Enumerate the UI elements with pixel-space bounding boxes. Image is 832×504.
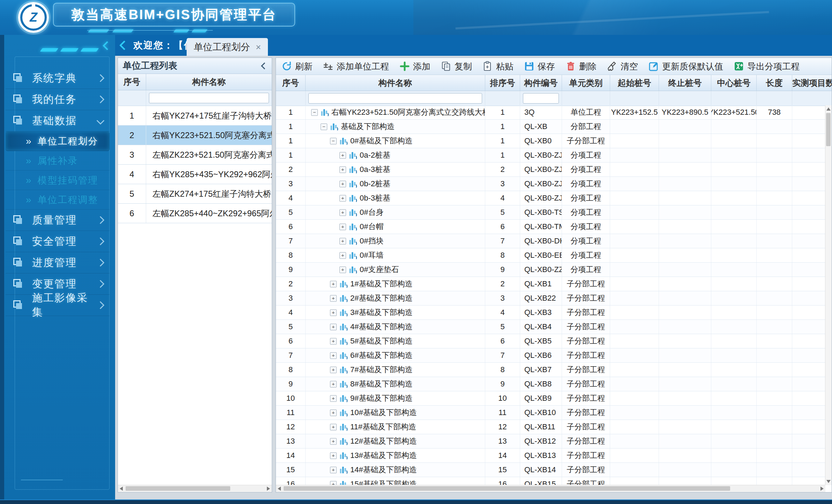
- sidebar-item-2[interactable]: 基础数据: [6, 110, 110, 131]
- scrollbar-thumb[interactable]: [126, 486, 230, 491]
- grid-vertical-scrollbar[interactable]: [825, 105, 832, 485]
- collapse-node-icon[interactable]: −: [330, 138, 337, 144]
- clear-button[interactable]: 清空: [607, 61, 638, 72]
- expand-node-icon[interactable]: +: [330, 409, 337, 416]
- table-row[interactable]: 11+10#基础及下部构造11QL-XB10子分部工程: [276, 406, 825, 420]
- expand-node-icon[interactable]: +: [339, 166, 346, 173]
- expand-node-icon[interactable]: +: [339, 152, 346, 159]
- table-row[interactable]: 3+0b-2桩基3QL-XB0-ZJ2分项工程: [276, 177, 825, 191]
- grid-name-filter-input[interactable]: [308, 93, 482, 104]
- table-row[interactable]: 1−基础及下部构造1QL-XB分部工程: [276, 120, 825, 134]
- left-name-filter-input[interactable]: [149, 93, 269, 103]
- table-row[interactable]: 10+9#基础及下部构造10QL-XB9子分部工程: [276, 391, 825, 406]
- table-row[interactable]: 4+3#基础及下部构造4QL-XB3子分部工程: [276, 306, 825, 320]
- table-row[interactable]: 4+0b-3桩基4QL-XB0-ZJ3分项工程: [276, 191, 825, 205]
- table-row[interactable]: 1−0#基础及下部构造1QL-XB0子分部工程: [276, 134, 825, 148]
- expand-node-icon[interactable]: +: [330, 352, 337, 359]
- table-row[interactable]: 1+0a-2桩基1QL-XB0-ZJ0分项工程: [276, 148, 825, 163]
- add-unit-button[interactable]: 添加单位工程: [323, 61, 389, 72]
- expand-node-icon[interactable]: +: [330, 295, 337, 302]
- sidebar-item-6[interactable]: »单位工程调整: [6, 190, 110, 210]
- expand-node-icon[interactable]: +: [330, 452, 337, 459]
- table-row[interactable]: 6+0#台帽6QL-XB0-TM0分项工程: [276, 220, 825, 234]
- table-row[interactable]: 7+6#基础及下部构造7QL-XB6子分部工程: [276, 348, 825, 363]
- expand-node-icon[interactable]: +: [330, 381, 337, 388]
- expand-node-icon[interactable]: +: [339, 209, 346, 216]
- expand-node-icon[interactable]: +: [339, 238, 346, 245]
- list-item[interactable]: 2右幅YK223+521.50阿克塞分离式立交跨线大桥: [118, 126, 272, 145]
- scroll-up-arrow-icon[interactable]: [826, 107, 831, 111]
- table-row[interactable]: 9+0#支座垫石9QL-XB0-ZZDS0分项工程: [276, 263, 825, 277]
- expand-node-icon[interactable]: +: [330, 438, 337, 445]
- scrollbar-thumb[interactable]: [826, 113, 831, 146]
- sidebar-item-3[interactable]: »单位工程划分: [6, 131, 110, 151]
- expand-node-icon[interactable]: +: [330, 395, 337, 402]
- list-item[interactable]: 5左幅ZK274+175红崖子沟特大桥: [118, 184, 272, 204]
- table-row[interactable]: 5+0#台身5QL-XB0-TS0分项工程: [276, 205, 825, 220]
- table-row[interactable]: 14+13#基础及下部构造14QL-XB13子分部工程: [276, 449, 825, 463]
- delete-button[interactable]: 删除: [565, 61, 597, 72]
- sidebar-item-1[interactable]: 我的任务: [6, 89, 110, 110]
- refresh-button[interactable]: 刷新: [282, 61, 313, 72]
- sidebar-item-9[interactable]: 进度管理: [6, 252, 110, 273]
- table-row[interactable]: 16+15#基础及下部构造16QL-XB15子分部工程: [276, 477, 825, 485]
- tab-unit-project-division[interactable]: 单位工程划分 ×: [187, 38, 268, 56]
- expand-node-icon[interactable]: +: [339, 266, 346, 273]
- expand-node-icon[interactable]: +: [330, 324, 337, 330]
- copy-button[interactable]: 复制: [441, 61, 472, 72]
- expand-node-icon[interactable]: +: [330, 467, 337, 473]
- scroll-left-arrow-icon[interactable]: [120, 487, 123, 491]
- export-excel-button[interactable]: 导出分项工程: [734, 61, 800, 72]
- update-default-button[interactable]: 更新质保默认值: [649, 61, 723, 72]
- table-row[interactable]: 15+14#基础及下部构造15QL-XB14子分部工程: [276, 463, 825, 477]
- sidebar-collapse-icon[interactable]: [103, 41, 111, 50]
- sidebar-item-4[interactable]: »属性补录: [6, 151, 110, 171]
- paste-button[interactable]: 粘贴: [482, 61, 514, 72]
- list-item[interactable]: 4右幅YK285+435~YK292+962阿尔金山特长隧道: [118, 165, 272, 184]
- table-row[interactable]: 13+12#基础及下部构造13QL-XB12子分部工程: [276, 434, 825, 449]
- back-chevron-icon[interactable]: [119, 40, 129, 50]
- sidebar-item-11[interactable]: 施工影像采集: [6, 295, 110, 316]
- table-row[interactable]: 8+7#基础及下部构造8QL-XB7子分部工程: [276, 363, 825, 377]
- sidebar-item-5[interactable]: »模型挂码管理: [6, 171, 110, 190]
- table-row[interactable]: 12+11#基础及下部构造12QL-XB11子分部工程: [276, 420, 825, 434]
- scroll-down-arrow-icon[interactable]: [826, 480, 831, 483]
- table-row[interactable]: 6+5#基础及下部构造6QL-XB5子分部工程: [276, 334, 825, 348]
- panel-collapse-icon[interactable]: [261, 62, 268, 69]
- collapse-node-icon[interactable]: −: [311, 109, 318, 116]
- expand-node-icon[interactable]: +: [330, 367, 337, 373]
- collapse-node-icon[interactable]: −: [321, 123, 327, 130]
- grid-code-filter-input[interactable]: [523, 93, 559, 104]
- sidebar-item-8[interactable]: 安全管理: [6, 231, 110, 252]
- table-row[interactable]: 1−右幅YK223+521.50阿克塞分离式立交跨线大桥13Q单位工程YK223…: [276, 105, 825, 120]
- table-row[interactable]: 2+0a-3桩基2QL-XB0-ZJ1分项工程: [276, 163, 825, 177]
- list-item[interactable]: 6左幅ZK285+440~ZK292+965阿尔金山特长隧道: [118, 204, 272, 223]
- expand-node-icon[interactable]: +: [330, 281, 337, 287]
- scroll-right-arrow-icon[interactable]: [267, 487, 270, 491]
- table-row[interactable]: 8+0#耳墙8QL-XB0-EBQ0分项工程: [276, 248, 825, 263]
- expand-node-icon[interactable]: +: [330, 338, 337, 345]
- table-row[interactable]: 9+8#基础及下部构造9QL-XB8子分部工程: [276, 377, 825, 391]
- list-item[interactable]: 3左幅ZK223+521.50阿克塞分离式立交跨线大桥: [118, 145, 272, 165]
- expand-node-icon[interactable]: +: [330, 424, 337, 430]
- list-item[interactable]: 1右幅YK274+175红崖子沟特大桥: [118, 106, 272, 126]
- expand-node-icon[interactable]: +: [339, 195, 346, 202]
- table-row[interactable]: 5+4#基础及下部构造5QL-XB4子分部工程: [276, 320, 825, 334]
- scroll-right-arrow-icon[interactable]: [820, 487, 824, 491]
- scroll-left-arrow-icon[interactable]: [278, 487, 281, 491]
- expand-node-icon[interactable]: +: [339, 181, 346, 187]
- expand-node-icon[interactable]: +: [330, 309, 337, 316]
- table-row[interactable]: 7+0#挡块7QL-XB0-DK0分项工程: [276, 234, 825, 248]
- left-horizontal-scrollbar[interactable]: [118, 485, 272, 492]
- table-row[interactable]: 2+1#基础及下部构造2QL-XB1子分部工程: [276, 277, 825, 291]
- sidebar-item-0[interactable]: 系统字典: [6, 68, 110, 89]
- grid-horizontal-scrollbar[interactable]: [276, 485, 825, 492]
- expand-node-icon[interactable]: +: [339, 252, 346, 259]
- save-button[interactable]: 保存: [524, 61, 555, 72]
- scrollbar-thumb[interactable]: [284, 486, 730, 491]
- sidebar-item-7[interactable]: 质量管理: [6, 210, 110, 231]
- expand-node-icon[interactable]: +: [339, 224, 346, 230]
- tab-close-icon[interactable]: ×: [256, 43, 261, 52]
- table-row[interactable]: 3+2#基础及下部构造3QL-XB22子分部工程: [276, 291, 825, 306]
- add-button[interactable]: 添加: [399, 61, 430, 72]
